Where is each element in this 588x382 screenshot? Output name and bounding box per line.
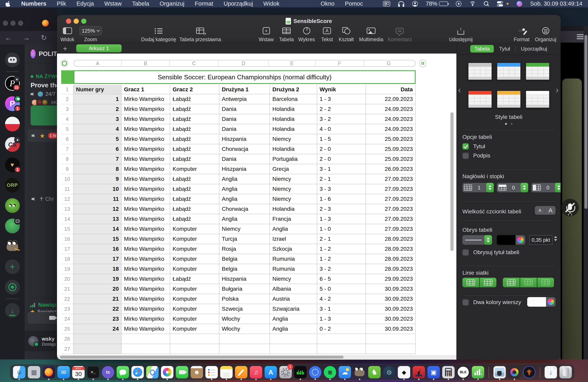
dock-item-spotify[interactable]: ≋ <box>324 365 336 380</box>
cell-D6[interactable]: Hiszpania <box>219 134 270 144</box>
dock-item-color-wheel-app[interactable] <box>508 365 521 380</box>
cell-C26[interactable] <box>170 334 219 344</box>
cell-B21[interactable]: Mirko Wampirko <box>122 284 170 294</box>
discord-home[interactable] <box>5 53 20 67</box>
cell-E3[interactable]: Holandia <box>270 104 317 114</box>
stepper-icon[interactable] <box>484 235 492 245</box>
cell-B16[interactable]: Mirko Wampirko <box>122 234 170 244</box>
cell-A23[interactable]: 22 <box>74 304 122 314</box>
cell-A27[interactable] <box>74 344 122 354</box>
checkbox-podpis[interactable] <box>462 153 469 159</box>
dock-item-cockatrice[interactable]: ♞ <box>368 365 381 380</box>
sheet-tab-arkusz1[interactable]: Arkusz 1 <box>76 44 122 52</box>
cell-D10[interactable]: Anglia <box>219 174 270 184</box>
font-smaller-button[interactable]: A <box>535 208 545 213</box>
cell-F15[interactable]: 1 - 0 <box>317 224 366 234</box>
cell-D18[interactable]: Belgia <box>219 254 270 264</box>
cell-F16[interactable]: 2 - 1 <box>317 234 366 244</box>
wifi-icon[interactable] <box>469 1 476 6</box>
cell-A10[interactable]: 9 <box>74 174 122 184</box>
cell-B3[interactable]: Mirko Wampirko <box>122 104 170 114</box>
cell-F25[interactable]: 0 - 2 <box>317 324 366 334</box>
reload-icon[interactable]: ↻ <box>41 34 47 42</box>
cell-D14[interactable]: Anglia <box>219 214 270 224</box>
cell-A12[interactable]: 11 <box>74 194 122 204</box>
cell-E20[interactable]: Niemcy <box>270 274 317 284</box>
cell-E13[interactable]: Holandia <box>270 204 317 214</box>
cell-E1[interactable]: Drużyna 2 <box>270 85 317 94</box>
user-account-icon[interactable] <box>412 1 418 7</box>
cell-G14[interactable]: 27.09.2023 <box>366 214 416 224</box>
table-style-thumbnail-2[interactable] <box>497 63 520 80</box>
cell-B10[interactable]: Mirko Wampirko <box>122 174 170 184</box>
row-number-8[interactable]: 8 <box>61 154 74 164</box>
window-minimize-button[interactable] <box>10 20 16 26</box>
cell-F18[interactable]: 1 - 2 <box>317 254 366 264</box>
cell-F22[interactable]: 4 - 2 <box>317 294 366 304</box>
cell-F10[interactable]: 2 - 1 <box>317 174 366 184</box>
cell-A2[interactable]: 1 <box>74 94 122 104</box>
user-avatar[interactable] <box>28 336 39 346</box>
cell-C2[interactable]: Łabądź <box>170 94 219 104</box>
cell-G6[interactable]: 25.09.2023 <box>366 134 416 144</box>
input-source-icon[interactable] <box>383 1 390 6</box>
cell-F7[interactable]: 2 - 0 <box>317 144 366 154</box>
row-number-11[interactable]: 11 <box>61 184 74 194</box>
row-number-4[interactable]: 4 <box>61 114 74 124</box>
cell-D26[interactable] <box>219 334 270 344</box>
vertical-scrollbar-thumb[interactable] <box>450 112 454 251</box>
cell-G22[interactable]: 30.09.2023 <box>366 294 416 304</box>
stream-info-row[interactable]: 24/7 <box>31 91 56 97</box>
cell-D20[interactable]: Hiszpania <box>219 274 270 284</box>
cell-G4[interactable]: 24.09.2023 <box>366 114 416 124</box>
checkbox-outline-title[interactable] <box>462 249 469 256</box>
cell-D25[interactable]: Włochy <box>219 324 270 334</box>
stepper-header-columns[interactable]: 1 <box>462 183 494 192</box>
table-style-thumbnail-1[interactable] <box>468 63 492 80</box>
cell-E2[interactable]: Barcelona <box>270 94 317 104</box>
cell-A5[interactable]: 4 <box>74 124 122 134</box>
cell-C18[interactable]: Komputer <box>170 254 219 264</box>
cell-B27[interactable] <box>122 344 170 354</box>
gridline-button-3[interactable] <box>503 278 520 287</box>
cell-G17[interactable]: 28.09.2023 <box>366 244 416 254</box>
dock-item-contacts[interactable]: ☻ <box>190 365 203 380</box>
outline-line-style-dropdown[interactable] <box>462 235 492 245</box>
cell-B17[interactable]: Mirko Wampirko <box>122 244 170 254</box>
cell-G24[interactable]: 30.09.2023 <box>366 314 416 324</box>
server-orp[interactable]: ORP <box>5 178 20 192</box>
stepper-arrows[interactable] <box>486 183 494 192</box>
cell-A14[interactable]: 13 <box>74 214 122 224</box>
cell-B23[interactable]: Mirko Wampirko <box>122 304 170 314</box>
cell-A9[interactable]: 8 <box>74 164 122 174</box>
table-title-cell[interactable]: Sensible Soccer: European Championships … <box>74 70 416 84</box>
row-number-7[interactable]: 7 <box>61 144 74 154</box>
color-wheel-icon[interactable] <box>516 235 525 245</box>
cell-E7[interactable]: Holandia <box>270 144 317 154</box>
page-scrollbar[interactable] <box>584 26 588 360</box>
cell-C10[interactable]: Łabądź <box>170 174 219 184</box>
cell-D5[interactable]: Dania <box>219 124 270 134</box>
row-number-9[interactable]: 9 <box>61 164 74 174</box>
cell-B1[interactable]: Gracz 1 <box>122 85 170 94</box>
discord-user-bar[interactable]: wsky Dostęp <box>25 331 57 351</box>
column-header-F[interactable]: F <box>315 60 364 66</box>
cell-E21[interactable]: Albania <box>270 284 317 294</box>
cell-F23[interactable]: 3 - 1 <box>317 304 366 314</box>
dock-item-audio-monitor[interactable] <box>294 365 307 380</box>
battery-indicator[interactable]: 78% <box>426 0 448 7</box>
row-number-25[interactable]: 25 <box>61 324 74 334</box>
dock-item-music[interactable]: ♫ <box>250 365 262 380</box>
toolbar-wstaw-button[interactable]: +Wstaw <box>259 27 274 42</box>
forward-icon[interactable]: → <box>23 34 30 42</box>
cell-D4[interactable]: Dania <box>219 114 270 124</box>
cell-D13[interactable]: Chorwacja <box>219 204 270 214</box>
cell-A25[interactable]: 24 <box>74 324 122 334</box>
styles-prev-icon[interactable]: ‹ <box>458 85 461 95</box>
table-pause-icon[interactable] <box>420 59 426 67</box>
cell-G26[interactable] <box>366 334 416 344</box>
cell-F17[interactable]: 1 - 2 <box>317 244 366 254</box>
cell-B6[interactable]: Mirko Wampirko <box>122 134 170 144</box>
window-close-button[interactable] <box>3 20 8 26</box>
row-number-24[interactable]: 24 <box>61 314 74 324</box>
